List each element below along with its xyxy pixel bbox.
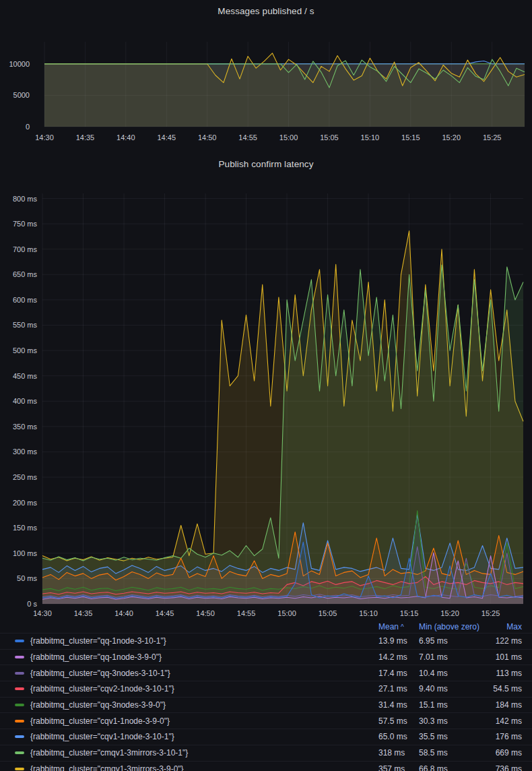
series-min-value: 66.8 ms [419,764,448,771]
svg-text:0 s: 0 s [27,600,37,608]
legend-row[interactable]: {rabbitmq_cluster="cqv1-1node-3-9-0"}57.… [0,712,532,729]
svg-text:15:10: 15:10 [361,133,380,142]
svg-text:14:50: 14:50 [196,609,215,617]
series-mean-value: 318 ms [378,748,405,758]
svg-text:14:50: 14:50 [198,133,217,142]
svg-text:15:25: 15:25 [481,609,500,617]
series-name[interactable]: {rabbitmq_cluster="cmqv1-3mirrors-3-10-1… [30,748,188,758]
time-series-charts-canvas[interactable]: 100005000014:3014:3514:4014:4514:5014:55… [0,0,532,620]
series-name[interactable]: {rabbitmq_cluster="qq-3nodes-3-9-0"} [30,700,166,710]
svg-text:300 ms: 300 ms [13,448,38,456]
svg-text:14:45: 14:45 [156,609,174,617]
svg-text:14:30: 14:30 [33,609,52,617]
y-axis-labels-chart2: 800 ms750 ms700 ms650 ms600 ms550 ms500 … [13,195,38,608]
legend-row[interactable]: {rabbitmq_cluster="cmqv1-3mirrors-3-9-0"… [0,761,532,771]
svg-text:5000: 5000 [13,91,30,99]
svg-text:14:55: 14:55 [238,133,257,142]
svg-text:15:15: 15:15 [401,133,420,142]
svg-text:15:20: 15:20 [440,609,459,617]
series-mean-value: 27.1 ms [378,684,407,693]
svg-text:14:45: 14:45 [158,133,176,142]
series-max-value: 122 ms [496,636,522,646]
svg-text:14:30: 14:30 [35,133,54,142]
svg-text:650 ms: 650 ms [13,270,38,278]
series-name[interactable]: {rabbitmq_cluster="cmqv1-3mirrors-3-9-0"… [30,764,184,771]
legend-row[interactable]: {rabbitmq_cluster="cqv1-1node-3-10-1"}65… [0,729,532,745]
series-min-value: 10.4 ms [419,669,448,678]
legend-row[interactable]: {rabbitmq_cluster="qq-3nodes-3-9-0"}31.4… [0,697,532,713]
series-min-value: 9.40 ms [419,684,448,693]
legend-header-max[interactable]: Max [506,622,522,631]
legend-row[interactable]: {rabbitmq_cluster="qq-1node-3-10-1"}13.9… [0,633,532,649]
series-mean-value: 357 ms [378,764,405,771]
series-color-swatch[interactable] [15,751,24,754]
legend-header-row: Mean^ Min (above zero) Max [0,620,532,633]
series-color-swatch[interactable] [15,768,24,770]
series-mean-value: 31.4 ms [378,700,407,710]
svg-text:15:05: 15:05 [320,133,339,142]
svg-text:0: 0 [26,123,30,131]
series-min-value: 7.01 ms [419,652,448,662]
grafana-dashboard: Messages published / s Publish confirm l… [0,0,532,771]
series-max-value: 142 ms [496,716,522,726]
svg-text:14:55: 14:55 [237,609,256,617]
svg-text:14:35: 14:35 [76,133,95,142]
legend-row[interactable]: {rabbitmq_cluster="qq-3nodes-3-10-1"}17.… [0,665,532,681]
series-max-value: 54.5 ms [493,684,522,693]
x-axis-labels-chart2: 14:3014:3514:4014:4514:5014:5515:0015:05… [33,609,500,617]
series-min-value: 15.1 ms [419,700,448,710]
series-color-swatch[interactable] [15,640,24,642]
series-max-value: 669 ms [496,748,522,758]
series-mean-value: 13.9 ms [378,636,407,646]
series-max-value: 113 ms [496,669,522,678]
svg-text:350 ms: 350 ms [13,423,38,431]
series-max-value: 176 ms [496,732,522,741]
series-min-value: 6.95 ms [419,636,448,646]
series-name[interactable]: {rabbitmq_cluster="cqv1-1node-3-10-1"} [30,732,174,741]
svg-text:10000: 10000 [9,60,30,68]
svg-text:100 ms: 100 ms [13,549,38,557]
series-min-value: 35.5 ms [419,732,448,741]
series-name[interactable]: {rabbitmq_cluster="cqv1-1node-3-9-0"} [30,716,170,726]
legend-row[interactable]: {rabbitmq_cluster="qq-1node-3-9-0"}14.2 … [0,649,532,665]
series-cqv1-1node-3-10-1 [44,61,525,64]
svg-text:400 ms: 400 ms [13,397,38,405]
series-name[interactable]: {rabbitmq_cluster="qq-1node-3-9-0"} [30,652,162,662]
svg-text:15:00: 15:00 [277,609,296,617]
series-mean-value: 65.0 ms [378,732,407,741]
svg-text:700 ms: 700 ms [13,245,38,253]
series-name[interactable]: {rabbitmq_cluster="qq-1node-3-10-1"} [30,636,166,646]
legend-row[interactable]: {rabbitmq_cluster="cmqv1-3mirrors-3-10-1… [0,745,532,761]
svg-text:14:40: 14:40 [117,133,135,142]
svg-text:500 ms: 500 ms [13,346,38,354]
series-color-swatch[interactable] [15,720,24,722]
series-color-swatch[interactable] [15,687,24,690]
series-max-value: 184 ms [496,700,522,710]
y-axis-labels-chart1: 1000050000 [9,60,30,131]
series-mean-value: 14.2 ms [378,652,407,662]
series-color-swatch[interactable] [15,735,24,738]
series-mean-value: 57.5 ms [378,716,407,726]
svg-text:15:25: 15:25 [483,133,502,142]
svg-text:200 ms: 200 ms [13,499,38,507]
svg-text:50 ms: 50 ms [17,574,37,582]
svg-text:450 ms: 450 ms [13,372,38,380]
legend-row[interactable]: {rabbitmq_cluster="cqv2-1node-3-10-1"}27… [0,681,532,697]
series-color-swatch[interactable] [15,704,24,706]
x-axis-labels-chart1: 14:3014:3514:4014:4514:5014:5515:0015:05… [35,133,501,142]
svg-text:750 ms: 750 ms [13,220,38,228]
series-color-swatch[interactable] [15,672,24,675]
series-color-swatch[interactable] [15,656,24,658]
svg-text:15:05: 15:05 [319,609,337,617]
svg-text:15:20: 15:20 [442,133,461,142]
series-mean-value: 17.4 ms [378,669,407,678]
series-min-value: 58.5 ms [419,748,448,758]
series-name[interactable]: {rabbitmq_cluster="qq-3nodes-3-10-1"} [30,669,170,678]
sort-ascending-icon: ^ [401,623,404,631]
svg-text:14:40: 14:40 [114,609,133,617]
svg-text:150 ms: 150 ms [13,524,38,532]
legend-header-min[interactable]: Min (above zero) [419,622,479,631]
legend-header-mean[interactable]: Mean^ [378,622,404,631]
svg-text:15:15: 15:15 [400,609,419,617]
series-name[interactable]: {rabbitmq_cluster="cqv2-1node-3-10-1"} [30,684,174,693]
